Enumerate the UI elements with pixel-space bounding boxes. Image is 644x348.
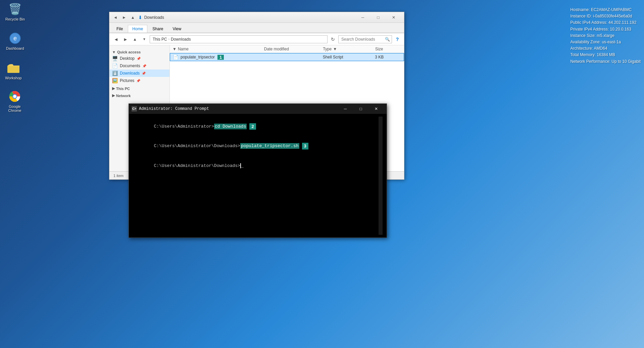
sidebar-item-pictures[interactable]: 🖼️ Pictures 📌 [109, 77, 169, 84]
cmd-line-3: C:\Users\Administrator\Downloads>_ [133, 156, 379, 176]
svg-point-6 [13, 95, 16, 98]
explorer-title-icon: ⬇ [138, 15, 142, 20]
pin-icon-downloads: 📌 [142, 72, 146, 75]
cmd-command-1: cd Downloads [214, 124, 247, 129]
recycle-bin-label: Recycle Bin [5, 17, 25, 21]
desktop-sidebar-icon: 🖥️ [112, 56, 118, 61]
sidebar-this-pc-section: ▶ This PC [109, 84, 169, 91]
chrome-label: Google Chrome [3, 104, 27, 113]
address-path[interactable]: This PC › Downloads [150, 35, 328, 43]
step-annotation-2: 2 [249, 123, 256, 130]
workshop-folder-icon [7, 61, 20, 75]
cmd-maximize-button[interactable]: □ [353, 104, 368, 114]
cmd-prompt-2: C:\Users\Administrator\Downloads> [154, 143, 240, 148]
info-architecture: Architecture: AMD64 [571, 45, 641, 52]
col-header-date[interactable]: Date modified [264, 47, 323, 51]
workshop-label: Workshop [5, 76, 21, 80]
address-bar: ◄ ► ▲ ▼ This PC › Downloads ↻ 🔍 ? [109, 33, 404, 45]
cmd-window: C> Administrator: Command Prompt ─ □ ✕ C… [129, 103, 387, 238]
path-downloads: Downloads [171, 37, 191, 42]
tab-view[interactable]: View [168, 25, 186, 33]
cmd-title-text: Administrator: Command Prompt [139, 106, 336, 111]
desktop-icon-recycle-bin[interactable]: 🗑️ Recycle Bin [2, 1, 29, 23]
col-header-name[interactable]: ▼ Name [172, 47, 264, 51]
nav-forward-button[interactable]: ► [121, 35, 130, 43]
cmd-minimize-button[interactable]: ─ [338, 104, 353, 114]
sidebar-item-downloads[interactable]: ⬇️ Downloads 📌 [109, 70, 169, 77]
quick-access-label: Quick access [117, 50, 141, 54]
info-panel: Hostname: EC2AMAZ-UMPABMC Instance ID: i… [571, 7, 641, 65]
quick-access-expand-icon: ▼ [112, 50, 116, 54]
file-list-header: ▼ Name Date modified Type ▼ Size [170, 45, 404, 53]
col-header-type[interactable]: Type ▼ [323, 47, 375, 51]
documents-sidebar-icon: 📄 [112, 63, 118, 69]
explorer-nav-forward[interactable]: ► [121, 14, 128, 20]
sidebar-downloads-label: Downloads [120, 71, 140, 76]
file-name: populate_tripsector [181, 55, 215, 59]
tab-share[interactable]: Share [148, 25, 167, 33]
explorer-close-button[interactable]: ✕ [386, 12, 401, 23]
svg-text:e: e [13, 35, 17, 42]
explorer-maximize-button[interactable]: □ [370, 12, 386, 23]
info-network-performance: Network Performance: Up to 10 Gigabit [571, 58, 641, 65]
type-sort-icon: ▼ [333, 47, 337, 51]
cmd-titlebar: C> Administrator: Command Prompt ─ □ ✕ [129, 104, 387, 114]
table-row[interactable]: 📄 populate_tripsector 1 Shell Script 3 K… [170, 53, 404, 61]
pictures-sidebar-icon: 🖼️ [112, 78, 118, 83]
sort-expand-icon: ▼ [172, 47, 177, 51]
sidebar-item-documents[interactable]: 📄 Documents 📌 [109, 62, 169, 70]
tab-home[interactable]: Home [128, 25, 147, 33]
search-wrap: 🔍 [338, 35, 392, 43]
svg-rect-3 [7, 66, 19, 73]
pin-icon-desktop: 📌 [137, 57, 141, 60]
nav-recent-button[interactable]: ▼ [140, 35, 148, 43]
explorer-window-controls: ─ □ ✕ [355, 12, 401, 23]
explorer-nav-up[interactable]: ▲ [130, 14, 136, 20]
cmd-scrollbar[interactable] [379, 117, 383, 235]
recycle-bin-icon: 🗑️ [8, 2, 22, 16]
step-annotation-3: 3 [302, 143, 308, 149]
info-private-ipv4: Private IPv4 Address: 10.20.0.163 [571, 26, 641, 33]
cmd-close-button[interactable]: ✕ [368, 104, 384, 114]
explorer-titlebar: ◄ ► ▲ ⬇ Downloads ─ □ ✕ [109, 12, 404, 23]
nav-up-button[interactable]: ▲ [131, 35, 139, 43]
pin-icon-pictures: 📌 [136, 79, 140, 83]
desktop-icon-dashboard[interactable]: e Dashboard [2, 30, 29, 52]
file-type: Shell Script [323, 55, 375, 59]
sidebar-documents-label: Documents [120, 63, 140, 68]
network-label: Network [116, 94, 131, 98]
tab-file[interactable]: File [112, 25, 127, 33]
help-button[interactable]: ? [393, 35, 401, 43]
sidebar-network-section: ▶ Network [109, 91, 169, 98]
sidebar-item-desktop[interactable]: 🖥️ Desktop 📌 [109, 55, 169, 62]
refresh-button[interactable]: ↻ [329, 35, 337, 43]
explorer-nav-back[interactable]: ◄ [112, 14, 119, 20]
col-header-size[interactable]: Size [375, 47, 401, 51]
explorer-minimize-button[interactable]: ─ [355, 12, 370, 23]
sidebar-pictures-label: Pictures [120, 78, 134, 83]
info-total-memory: Total Memory: 16384 MB [571, 52, 641, 58]
nav-back-button[interactable]: ◄ [112, 35, 120, 43]
file-icon: 📄 [173, 54, 179, 60]
cmd-window-controls: ─ □ ✕ [338, 104, 384, 114]
cmd-prompt-1: C:\Users\Administrator> [154, 124, 214, 129]
sidebar-quick-access-section: ▼ Quick access [109, 48, 169, 55]
desktop-icon-workshop[interactable]: Workshop [0, 60, 27, 81]
cmd-command-2: populate_tripsector.sh [240, 143, 299, 149]
this-pc-label: This PC [116, 87, 130, 91]
info-instance-size: Instance Size: m5.xlarge [571, 33, 641, 39]
status-item-count: 1 item [113, 174, 123, 178]
dashboard-label: Dashboard [6, 46, 24, 50]
sidebar-desktop-label: Desktop [120, 56, 135, 61]
desktop-icon-chrome[interactable]: Google Chrome [1, 88, 28, 114]
ribbon-tabs: File Home Share View [109, 23, 404, 33]
info-instance-id: Instance ID: i-0a85030fe445e6a0d [571, 13, 641, 19]
cmd-body: C:\Users\Administrator>cd Downloads2 C:\… [129, 114, 387, 237]
ribbon: File Home Share View [109, 23, 404, 33]
search-input[interactable] [338, 35, 392, 43]
cmd-prompt-3: C:\Users\Administrator\Downloads> [154, 163, 240, 168]
chrome-icon [8, 90, 21, 103]
info-public-ipv4: Public IPv4 Address: 44.202.111.192 [571, 19, 641, 26]
info-availability-zone: Availability Zone: us-east-1a [571, 39, 641, 45]
explorer-title-text: Downloads [144, 15, 164, 20]
